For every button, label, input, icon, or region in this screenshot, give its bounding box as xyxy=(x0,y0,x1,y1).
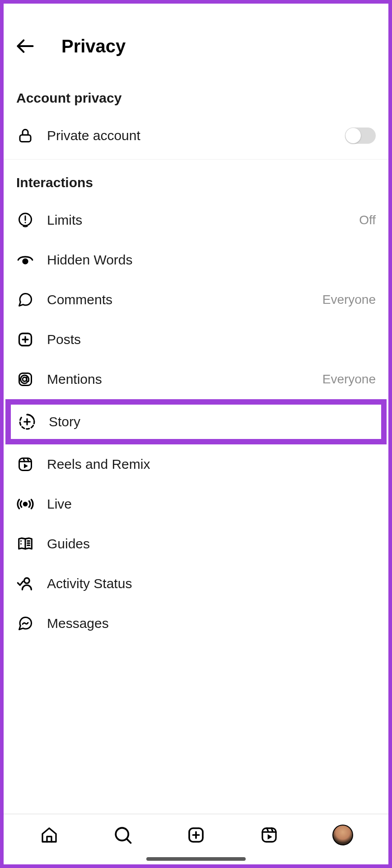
limits-icon xyxy=(16,211,34,229)
hidden-words-row[interactable]: Hidden Words xyxy=(4,240,388,280)
private-account-label: Private account xyxy=(47,128,332,143)
page-title: Privacy xyxy=(61,36,126,57)
mentions-icon xyxy=(16,370,34,388)
interactions-header: Interactions xyxy=(4,160,388,200)
nav-create[interactable] xyxy=(185,824,207,846)
story-icon xyxy=(18,413,36,431)
story-highlight: Story xyxy=(5,399,387,444)
svg-rect-13 xyxy=(19,458,32,471)
mentions-label: Mentions xyxy=(47,372,310,387)
home-icon xyxy=(40,826,58,844)
activity-status-label: Activity Status xyxy=(47,576,376,591)
svg-rect-31 xyxy=(262,828,276,842)
story-label: Story xyxy=(49,414,374,429)
limits-label: Limits xyxy=(47,212,346,228)
private-account-row[interactable]: Private account xyxy=(4,116,388,156)
guides-label: Guides xyxy=(47,536,376,552)
reels-nav-icon xyxy=(260,826,278,844)
reels-label: Reels and Remix xyxy=(47,457,376,472)
arrow-left-icon xyxy=(15,36,35,56)
reels-row[interactable]: Reels and Remix xyxy=(4,444,388,484)
messages-label: Messages xyxy=(47,616,376,631)
comment-icon xyxy=(16,291,34,309)
messages-row[interactable]: Messages xyxy=(4,604,388,643)
nav-profile[interactable] xyxy=(332,824,354,846)
posts-label: Posts xyxy=(47,332,376,347)
nav-home[interactable] xyxy=(38,824,60,846)
story-row[interactable]: Story xyxy=(11,405,381,439)
svg-point-5 xyxy=(23,259,28,264)
activity-status-row[interactable]: Activity Status xyxy=(4,564,388,604)
back-button[interactable] xyxy=(14,35,36,57)
reels-icon xyxy=(16,455,34,473)
limits-row[interactable]: Limits Off xyxy=(4,200,388,240)
hidden-words-icon xyxy=(16,251,34,269)
avatar-icon xyxy=(332,825,353,845)
svg-rect-1 xyxy=(20,135,31,142)
lock-icon xyxy=(16,127,34,145)
account-privacy-header: Account privacy xyxy=(4,75,388,116)
guides-row[interactable]: Guides xyxy=(4,524,388,564)
mentions-row[interactable]: Mentions Everyone xyxy=(4,359,388,399)
activity-status-icon xyxy=(16,575,34,593)
nav-reels[interactable] xyxy=(258,824,280,846)
posts-row[interactable]: Posts xyxy=(4,320,388,359)
messages-icon xyxy=(16,614,34,632)
live-row[interactable]: Live xyxy=(4,484,388,524)
svg-marker-35 xyxy=(268,834,272,840)
svg-point-4 xyxy=(25,222,26,223)
guides-icon xyxy=(16,535,34,553)
live-icon xyxy=(16,495,34,513)
svg-line-27 xyxy=(127,839,131,843)
posts-icon xyxy=(16,330,34,349)
comments-row[interactable]: Comments Everyone xyxy=(4,280,388,320)
svg-point-18 xyxy=(23,502,27,505)
nav-search[interactable] xyxy=(112,824,134,846)
comments-value: Everyone xyxy=(322,292,376,307)
limits-value: Off xyxy=(359,213,376,227)
svg-point-25 xyxy=(24,578,30,584)
mentions-value: Everyone xyxy=(322,372,376,387)
svg-marker-17 xyxy=(24,464,28,469)
hidden-words-label: Hidden Words xyxy=(47,252,376,268)
search-icon xyxy=(113,826,132,844)
live-label: Live xyxy=(47,496,376,512)
home-indicator xyxy=(146,857,246,861)
create-icon xyxy=(187,826,205,844)
comments-label: Comments xyxy=(47,292,310,307)
private-account-toggle[interactable] xyxy=(345,127,376,144)
svg-point-26 xyxy=(116,828,128,840)
